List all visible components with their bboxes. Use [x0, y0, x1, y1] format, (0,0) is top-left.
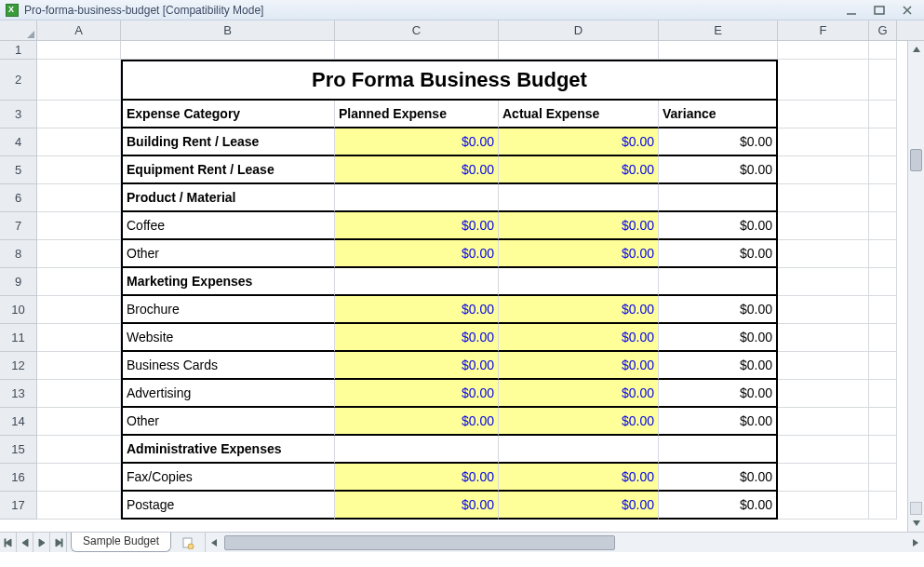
cell[interactable] [869, 380, 897, 408]
cells-area[interactable]: Pro Forma Business BudgetExpense Categor… [37, 41, 907, 532]
actual-value[interactable]: $0.00 [499, 352, 659, 380]
cell[interactable] [869, 408, 897, 436]
header-actual[interactable]: Actual Expense [499, 101, 659, 128]
variance-value[interactable]: $0.00 [659, 492, 778, 520]
cell[interactable] [869, 101, 897, 128]
cell[interactable] [869, 60, 897, 101]
cell[interactable] [869, 492, 897, 520]
hscroll-track[interactable] [222, 535, 907, 550]
planned-value[interactable]: $0.00 [335, 464, 499, 492]
cell[interactable] [869, 212, 897, 240]
planned-value[interactable]: $0.00 [335, 212, 499, 240]
cell[interactable] [869, 156, 897, 184]
row-header[interactable]: 10 [0, 296, 37, 324]
cell[interactable] [869, 464, 897, 492]
cell[interactable] [659, 41, 778, 60]
row-header[interactable]: 1 [0, 41, 37, 60]
cell[interactable] [37, 268, 121, 296]
row-header[interactable]: 2 [0, 60, 37, 101]
row-header[interactable]: 3 [0, 101, 37, 128]
planned-value[interactable] [335, 184, 499, 212]
cell[interactable] [778, 492, 869, 520]
row-header[interactable]: 4 [0, 128, 37, 156]
hscroll-thumb[interactable] [224, 535, 615, 550]
split-handle[interactable] [910, 502, 922, 515]
cell[interactable] [778, 408, 869, 436]
scroll-thumb[interactable] [910, 149, 922, 171]
col-header-B[interactable]: B [121, 20, 335, 40]
expense-label[interactable]: Equipment Rent / Lease [121, 156, 335, 184]
sheet-nav-last[interactable] [50, 533, 67, 552]
scroll-right-button[interactable] [907, 538, 924, 547]
cell[interactable] [778, 324, 869, 352]
expense-label[interactable]: Website [121, 324, 335, 352]
expense-label[interactable]: Brochure [121, 296, 335, 324]
cell[interactable] [778, 268, 869, 296]
cell[interactable] [37, 101, 121, 128]
actual-value[interactable] [499, 268, 659, 296]
cell[interactable] [37, 408, 121, 436]
header-variance[interactable]: Variance [659, 101, 778, 128]
variance-value[interactable]: $0.00 [659, 352, 778, 380]
row-header[interactable]: 12 [0, 352, 37, 380]
variance-value[interactable]: $0.00 [659, 380, 778, 408]
planned-value[interactable]: $0.00 [335, 492, 499, 520]
variance-value[interactable]: $0.00 [659, 296, 778, 324]
variance-value[interactable]: $0.00 [659, 240, 778, 268]
cell[interactable] [37, 352, 121, 380]
variance-value[interactable]: $0.00 [659, 324, 778, 352]
cell[interactable] [37, 380, 121, 408]
variance-value[interactable] [659, 436, 778, 464]
cell[interactable] [869, 436, 897, 464]
planned-value[interactable]: $0.00 [335, 156, 499, 184]
planned-value[interactable] [335, 436, 499, 464]
cell[interactable] [37, 184, 121, 212]
cell[interactable] [499, 41, 659, 60]
row-header[interactable]: 17 [0, 492, 37, 520]
header-planned[interactable]: Planned Expense [335, 101, 499, 128]
sheet-nav-first[interactable] [0, 533, 17, 552]
row-header[interactable]: 9 [0, 268, 37, 296]
cell[interactable] [121, 41, 335, 60]
cell[interactable] [37, 128, 121, 156]
row-header[interactable]: 11 [0, 324, 37, 352]
cell[interactable] [869, 268, 897, 296]
variance-value[interactable] [659, 268, 778, 296]
cell[interactable] [869, 324, 897, 352]
actual-value[interactable]: $0.00 [499, 408, 659, 436]
planned-value[interactable]: $0.00 [335, 324, 499, 352]
cell[interactable] [335, 41, 499, 60]
row-header[interactable]: 15 [0, 436, 37, 464]
expense-label[interactable]: Other [121, 408, 335, 436]
scroll-left-button[interactable] [206, 538, 222, 547]
col-header-C[interactable]: C [335, 20, 499, 40]
cell[interactable] [869, 41, 897, 60]
variance-value[interactable]: $0.00 [659, 464, 778, 492]
sheet-nav-next[interactable] [33, 533, 50, 552]
cell[interactable] [37, 436, 121, 464]
variance-value[interactable] [659, 184, 778, 212]
row-header[interactable]: 16 [0, 464, 37, 492]
planned-value[interactable]: $0.00 [335, 296, 499, 324]
variance-value[interactable]: $0.00 [659, 408, 778, 436]
planned-value[interactable] [335, 268, 499, 296]
variance-value[interactable]: $0.00 [659, 156, 778, 184]
actual-value[interactable]: $0.00 [499, 212, 659, 240]
select-all-corner[interactable] [0, 20, 37, 40]
new-sheet-button[interactable] [177, 533, 199, 552]
cell[interactable] [37, 212, 121, 240]
actual-value[interactable]: $0.00 [499, 492, 659, 520]
cell[interactable] [37, 240, 121, 268]
expense-label[interactable]: Administrative Expenses [121, 436, 335, 464]
col-header-F[interactable]: F [778, 20, 869, 40]
cell[interactable] [778, 240, 869, 268]
close-button[interactable] [896, 4, 918, 17]
cell[interactable] [778, 464, 869, 492]
expense-label[interactable]: Coffee [121, 212, 335, 240]
expense-label[interactable]: Postage [121, 492, 335, 520]
expense-label[interactable]: Product / Material [121, 184, 335, 212]
header-category[interactable]: Expense Category [121, 101, 335, 128]
planned-value[interactable]: $0.00 [335, 128, 499, 156]
cell[interactable] [778, 60, 869, 101]
sheet-tab-active[interactable]: Sample Budget [71, 533, 171, 552]
